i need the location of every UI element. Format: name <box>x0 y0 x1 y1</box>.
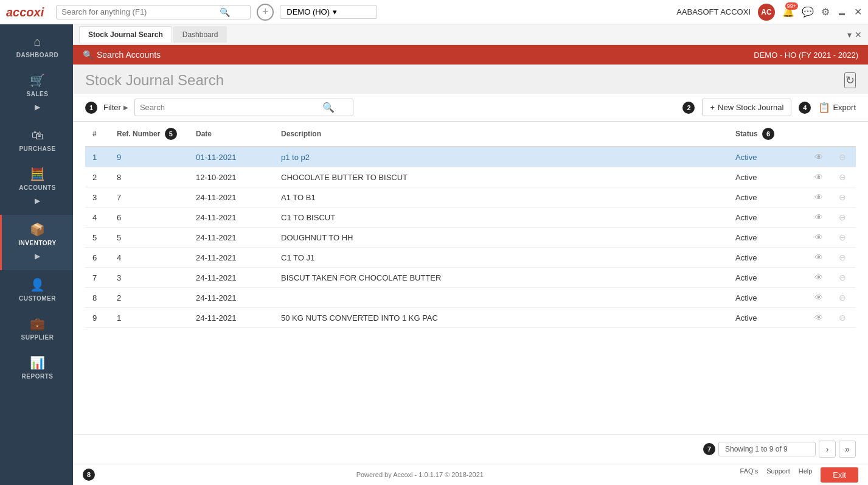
circle-icon[interactable]: ⊖ <box>839 313 846 323</box>
table-row[interactable]: 9 1 24-11-2021 50 KG NUTS CONVERTED INTO… <box>85 308 856 328</box>
circle-icon[interactable]: ⊖ <box>839 192 846 202</box>
eye-icon[interactable]: 👁 <box>814 253 823 262</box>
table-row[interactable]: 8 2 24-11-2021 Active 👁 ⊖ <box>85 288 856 308</box>
cell-description: p1 to p2 <box>274 147 728 167</box>
col-header-eye <box>807 122 832 147</box>
cell-circle[interactable]: ⊖ <box>832 248 856 268</box>
sidebar-item-reports[interactable]: 📊 REPORTS <box>0 348 73 387</box>
col-header-date: Date <box>189 122 274 147</box>
search-submit-icon[interactable]: 🔍 <box>322 102 335 113</box>
customer-icon: 👤 <box>30 277 45 292</box>
tab-dropdown-icon[interactable]: ▾ <box>847 30 852 40</box>
circle-icon[interactable]: ⊖ <box>839 232 846 242</box>
cell-eye[interactable]: 👁 <box>807 268 832 288</box>
cell-eye[interactable]: 👁 <box>807 187 832 208</box>
cell-circle[interactable]: ⊖ <box>832 208 856 228</box>
badge-2: 2 <box>682 102 695 114</box>
cell-circle[interactable]: ⊖ <box>832 147 856 167</box>
search-input-wrap[interactable]: 🔍 <box>134 99 353 116</box>
cell-num: 8 <box>85 288 109 308</box>
new-stock-label: New Stock Journal <box>718 103 783 112</box>
badge-8: 8 <box>83 469 95 481</box>
toolbar: 1 Filter ▶ 🔍 2 + New Stock Journal 4 <box>73 94 868 122</box>
sidebar-item-accounts[interactable]: 🧮 ACCOUNTS ▶ <box>0 159 73 215</box>
cell-circle[interactable]: ⊖ <box>832 288 856 308</box>
export-button[interactable]: 📋 Export <box>818 102 856 113</box>
cell-circle[interactable]: ⊖ <box>832 268 856 288</box>
circle-icon[interactable]: ⊖ <box>839 273 846 282</box>
settings-icon[interactable]: ⚙ <box>821 6 830 18</box>
filter-button[interactable]: Filter ▶ <box>103 103 128 112</box>
cell-eye[interactable]: 👁 <box>807 248 832 268</box>
search-input[interactable] <box>140 103 322 112</box>
global-search-input[interactable] <box>61 7 220 16</box>
global-search-bar[interactable]: 🔍 <box>56 5 251 19</box>
tab-dashboard[interactable]: Dashboard <box>173 26 227 43</box>
eye-icon[interactable]: 👁 <box>814 293 823 302</box>
table-row[interactable]: 3 7 24-11-2021 A1 TO B1 Active 👁 ⊖ <box>85 187 856 208</box>
tab-close-icon[interactable]: ✕ <box>855 30 862 40</box>
chat-icon[interactable]: 💬 <box>802 6 814 18</box>
cell-circle[interactable]: ⊖ <box>832 167 856 187</box>
eye-icon[interactable]: 👁 <box>814 273 823 282</box>
search-accounts-area[interactable]: 🔍 Search Accounts <box>83 50 161 60</box>
cell-eye[interactable]: 👁 <box>807 228 832 248</box>
cell-eye[interactable]: 👁 <box>807 167 832 187</box>
cell-eye[interactable]: 👁 <box>807 288 832 308</box>
eye-icon[interactable]: 👁 <box>814 313 823 323</box>
eye-icon[interactable]: 👁 <box>814 172 823 182</box>
table-row[interactable]: 5 5 24-11-2021 DOUGHNUT TO HH Active 👁 ⊖ <box>85 228 856 248</box>
notification-icon[interactable]: 🔔99+ <box>782 6 794 18</box>
close-icon[interactable]: ✕ <box>854 6 862 18</box>
export-label: Export <box>833 103 856 112</box>
top-right-area: AABASOFT ACCOXI AC 🔔99+ 💬 ⚙ 🗕 ✕ <box>676 4 862 21</box>
tab-controls: ▾ ✕ <box>847 30 862 40</box>
sidebar-item-dashboard[interactable]: ⌂ DASHBOARD <box>0 27 73 66</box>
new-stock-journal-button[interactable]: + New Stock Journal <box>702 99 791 116</box>
sidebar-item-sales[interactable]: 🛒 SALES ▶ <box>0 66 73 121</box>
sidebar-item-purchase[interactable]: 🛍 PURCHASE <box>0 121 73 159</box>
faq-link[interactable]: FAQ's <box>740 467 759 483</box>
pagination-next-button[interactable]: › <box>819 441 836 458</box>
circle-icon[interactable]: ⊖ <box>839 152 846 162</box>
table-row[interactable]: 6 4 24-11-2021 C1 TO J1 Active 👁 ⊖ <box>85 248 856 268</box>
eye-icon[interactable]: 👁 <box>814 152 823 162</box>
refresh-button[interactable]: ↻ <box>844 72 856 88</box>
table-row[interactable]: 4 6 24-11-2021 C1 TO BISCUT Active 👁 ⊖ <box>85 208 856 228</box>
table-row[interactable]: 7 3 24-11-2021 BISCUT TAKEN FOR CHOCOLAT… <box>85 268 856 288</box>
cell-circle[interactable]: ⊖ <box>832 308 856 328</box>
add-button[interactable]: + <box>257 4 274 21</box>
tab-stock-journal-search[interactable]: Stock Journal Search <box>79 26 172 43</box>
table-row[interactable]: 1 9 01-11-2021 p1 to p2 Active 👁 ⊖ <box>85 147 856 167</box>
sidebar-item-customer[interactable]: 👤 CUSTOMER <box>0 270 73 309</box>
stock-journal-table: # Ref. Number 5 Date Description Status … <box>85 122 856 328</box>
eye-icon[interactable]: 👁 <box>814 192 823 202</box>
cell-eye[interactable]: 👁 <box>807 147 832 167</box>
circle-icon[interactable]: ⊖ <box>839 253 846 262</box>
exit-button[interactable]: Exit <box>821 467 858 483</box>
circle-icon[interactable]: ⊖ <box>839 212 846 222</box>
cell-description: C1 TO J1 <box>274 248 728 268</box>
table-row[interactable]: 2 8 12-10-2021 CHOCOLATE BUTTER TO BISCU… <box>85 167 856 187</box>
minimize-icon[interactable]: 🗕 <box>837 7 847 18</box>
cell-circle[interactable]: ⊖ <box>832 228 856 248</box>
cell-eye[interactable]: 👁 <box>807 308 832 328</box>
cell-description: A1 TO B1 <box>274 187 728 208</box>
notification-badge: 99+ <box>785 2 798 10</box>
support-link[interactable]: Support <box>766 467 790 483</box>
sidebar-item-supplier[interactable]: 💼 SUPPLIER <box>0 309 73 348</box>
cell-num: 3 <box>85 187 109 208</box>
company-fy-label: DEMO - HO (FY 2021 - 2022) <box>754 51 858 60</box>
cell-status: Active <box>728 248 807 268</box>
help-link[interactable]: Help <box>799 467 813 483</box>
circle-icon[interactable]: ⊖ <box>839 293 846 302</box>
company-selector[interactable]: DEMO (HO) ▾ <box>280 5 377 19</box>
sidebar-label-reports: REPORTS <box>22 373 54 380</box>
eye-icon[interactable]: 👁 <box>814 212 823 222</box>
pagination-last-button[interactable]: » <box>839 441 856 458</box>
sidebar-item-inventory[interactable]: 📦 INVENTORY ▶ <box>0 215 73 270</box>
cell-eye[interactable]: 👁 <box>807 208 832 228</box>
cell-circle[interactable]: ⊖ <box>832 187 856 208</box>
eye-icon[interactable]: 👁 <box>814 232 823 242</box>
circle-icon[interactable]: ⊖ <box>839 172 846 182</box>
